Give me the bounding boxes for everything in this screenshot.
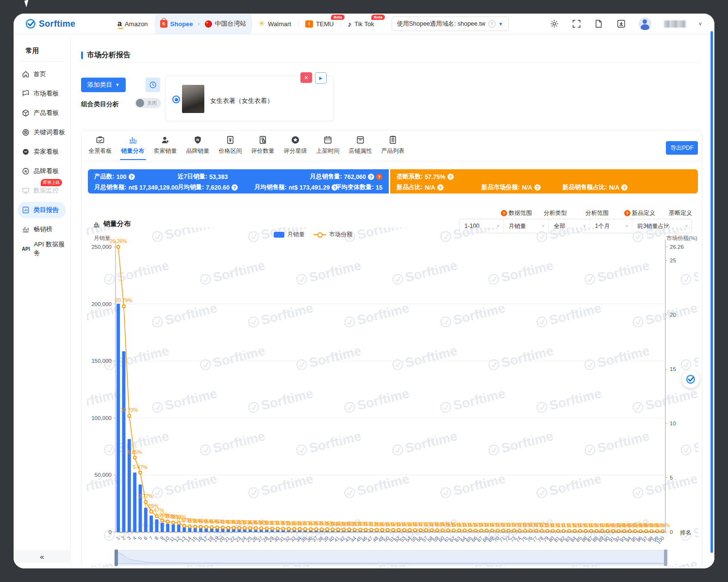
sorftime-floating-button[interactable] [682,371,699,388]
sidebar-item-home[interactable]: 首页 [14,65,70,84]
svg-text:7: 7 [148,535,154,541]
stat-new-product-ratio: 新品占比: N/A ? [397,183,444,192]
chart-legend: 月销量 市场份额 [274,230,352,239]
help-icon[interactable]: ? [232,184,238,191]
svg-text:150,000: 150,000 [91,358,112,364]
category-radio[interactable] [172,96,180,103]
marketplace-tiktok[interactable]: ♪ Tik Tok Beta [341,14,381,34]
svg-text:Sorftime: Sorftime [356,227,411,242]
list-icon [388,135,397,145]
tab-overview[interactable]: 全景看板 [84,135,116,160]
review-search-icon [258,135,267,145]
username-blurred[interactable] [664,20,686,28]
datazoom-slider[interactable] [116,550,666,566]
marketplace-region-taiwan[interactable]: ★ 中国台湾站 [200,14,251,34]
sidebar-item-keyword-board[interactable]: 关键词看板 [14,123,70,142]
alert-help-icon[interactable]: ? [376,174,382,180]
fullscreen-icon[interactable] [572,19,581,29]
svg-text:Sorftime: Sorftime [548,386,603,413]
stat-product-count: 产品数: 100 ? [94,173,135,181]
category-card: 女生衣著（女生衣着） ✕ ▶ [165,76,334,121]
sidebar-item-market-board[interactable]: 市场看板 [14,84,70,103]
legend-market-share[interactable]: 市场份额 [314,230,352,239]
datazoom-left-handle[interactable] [115,550,118,566]
page-title: 市场分析报告 [81,50,131,60]
sorftime-logo-icon [25,18,36,29]
download-icon[interactable] [616,19,626,29]
svg-text:月销量: 月销量 [94,235,111,241]
tab-price-range[interactable]: 价格区间 [214,135,247,160]
chevron-down-icon[interactable]: ˅ [699,21,702,27]
marketplace-temu[interactable]: t TEMU Beta [298,14,341,34]
legend-bar-swatch [274,232,284,238]
svg-text:8: 8 [153,535,160,541]
calendar-icon [323,135,332,145]
page-scrollbar[interactable] [711,31,713,553]
tiktok-icon: ♪ [348,20,352,28]
svg-text:Sorftime: Sorftime [164,301,219,328]
svg-text:2.77%: 2.77% [138,493,153,499]
export-pdf-button[interactable]: 导出PDF [666,141,698,155]
svg-text:Sorftime: Sorftime [452,471,507,499]
help-icon[interactable]: ? [447,174,454,180]
sidebar-item-seller-board[interactable]: 卖家看板 [14,142,70,162]
tab-shop-attributes[interactable]: 店铺属性 [344,135,377,160]
hint-icon[interactable]: ? [624,210,630,216]
combo-analysis-toggle[interactable]: 关闭 [135,98,161,108]
tab-brand-sales[interactable]: R 品牌销量 [182,135,214,160]
app-window: Sorftime a Amazon S Shopee › ★ 中国台湾站 [14,14,714,568]
sidebar-item-brand-board[interactable]: R 品牌看板 [14,162,70,181]
marketplace-tabs: a Amazon S Shopee › ★ 中国台湾站 ✳ Walmart [111,14,381,34]
filter-label-monopoly-def: 垄断定义 [669,209,692,217]
marketplace-amazon[interactable]: a Amazon [111,14,155,34]
svg-text:5.47%: 5.47% [133,464,148,470]
sidebar: 常用 首页 市场看板 产品看板 关键词看板 卖家看板 R 品牌看板 数 [14,34,71,568]
sidebar-item-bestseller-rank[interactable]: 畅销榜 [14,220,70,239]
file-icon[interactable] [594,19,604,29]
datazoom-right-handle[interactable] [664,550,667,566]
help-icon[interactable]: ? [331,184,338,191]
tab-seller-sales[interactable]: 卖家销量 [149,135,182,160]
tab-star-rating[interactable]: 评分星级 [279,135,312,160]
settings-gear-icon[interactable] [549,19,559,29]
user-avatar[interactable] [639,17,651,30]
domain-select[interactable]: 使用Shopee通用域名: shopee.tw ? ▼ [392,16,509,31]
sidebar-item-api-service[interactable]: API API 数据服务 [14,239,70,259]
svg-text:0: 0 [670,529,673,535]
svg-text:5: 5 [670,475,673,481]
marketplace-shopee[interactable]: S Shopee [155,14,198,34]
sidebar-item-product-board[interactable]: 产品看板 [14,103,70,123]
tab-listing-time[interactable]: 上架时间 [312,135,344,160]
svg-text:Sorftime: Sorftime [404,343,459,371]
sidebar-item-category-report[interactable]: 类目报告 [14,200,70,220]
datazoom-shadow [116,550,665,564]
help-icon[interactable]: ? [129,174,135,180]
marketplace-walmart[interactable]: ✳ Walmart [252,14,298,34]
sorftime-logo[interactable]: Sorftime [25,18,93,29]
help-icon[interactable]: ? [621,184,628,191]
sidebar-collapse-button[interactable]: « [14,550,70,563]
svg-text:Sorftime: Sorftime [596,258,651,285]
expand-category-button[interactable]: ▶ [315,72,327,84]
svg-text:250,000: 250,000 [91,244,112,250]
help-icon[interactable]: ? [368,174,374,180]
legend-monthly-sales[interactable]: 月销量 [274,230,305,239]
history-clock-button[interactable] [146,78,160,92]
report-icon [22,206,30,214]
report-tabs: 全景看板 销量分布 卖家销量 R 品牌销量 价格区间 [84,135,409,160]
tab-sales-distribution[interactable]: 销量分布 [116,135,149,160]
help-icon[interactable]: ? [437,184,444,191]
svg-text:Sorftime: Sorftime [308,258,363,285]
sidebar-item-data-monitor[interactable]: 数据监控 即将上线 [14,181,70,200]
svg-text:Sorftime: Sorftime [356,386,411,413]
hint-icon[interactable]: ? [501,210,507,216]
tab-product-list[interactable]: 产品列表 [377,135,409,160]
help-icon[interactable]: ? [534,184,541,191]
add-category-button[interactable]: 添加类目▼ [81,78,126,92]
tab-review-count[interactable]: 评价数量 [247,135,279,160]
svg-text:Sorftime: Sorftime [692,514,698,541]
svg-text:Sorftime: Sorftime [308,429,363,456]
remove-category-button[interactable]: ✕ [300,72,312,83]
svg-text:50,000: 50,000 [95,472,112,478]
svg-text:Sorftime: Sorftime [212,343,267,371]
